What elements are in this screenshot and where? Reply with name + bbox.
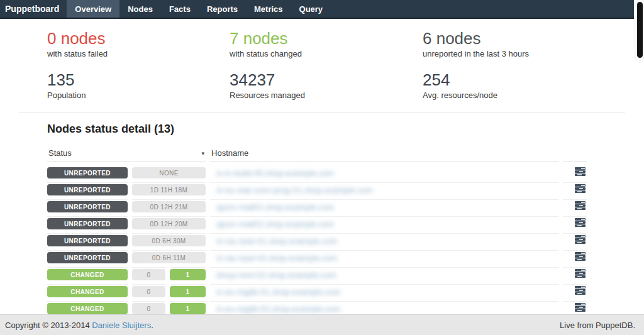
puppetboard-page: Puppetboard Overview Nodes Facts Reports… [0,0,644,335]
status-badge: CHANGED [47,286,128,297]
nodes-status-table: Status ▾ Hostname UNREPORTED NONE in-ic-… [43,142,591,335]
hostname-link[interactable]: dnsys-test-02.shop.example.com [216,270,336,280]
stat-resources-value: 34237 [230,71,423,89]
hostname-link[interactable]: in-rac-task-02.shop.example.com [216,253,337,263]
changed-count-badge: 1 [170,269,206,280]
status-badge: CHANGED [47,303,128,314]
tab-nodes[interactable]: Nodes [119,0,161,18]
stat-changed-value: 7 nodes [230,30,423,47]
stats-row-resources: 135 Population 34237 Resources managed 2… [47,71,644,100]
stat-resources-label: Resources managed [230,91,423,100]
hostname-column-header[interactable]: Hostname [210,146,558,162]
copyright-prefix: Copyright © 2013-2014 [5,321,90,330]
status-badge: UNREPORTED [47,235,128,246]
hostname-link[interactable]: in-eu-mgdb-01.shop.example.com [216,287,340,297]
table-row: UNREPORTED 0D 12H 20M apsrv-mail02.shop.… [47,216,587,229]
table-row: CHANGED 0 1 dnsys-test-02.shop.example.c… [47,267,587,280]
stat-resources: 34237 Resources managed [230,71,423,100]
time-or-skipped-badge: 1D 11H 18M [132,184,206,195]
hostname-link[interactable]: in-eu-stat-conn-prog-01.shop.example.com [216,185,373,195]
status-badge: UNREPORTED [47,218,128,229]
table-row: UNREPORTED NONE in-ic-build-05.shop.exam… [47,166,587,178]
table-row: UNREPORTED 1D 11H 18M in-eu-stat-conn-pr… [47,182,587,195]
copyright-text: Copyright © 2013-2014 Daniele Sluijters. [5,321,153,330]
tab-metrics[interactable]: Metrics [246,0,291,18]
time-or-skipped-badge: 0 [132,269,165,280]
stat-avg-resources-value: 254 [423,71,644,89]
copyright-suffix: . [151,321,153,330]
stats-row-status: 0 nodes with status failed 7 nodes with … [47,30,644,58]
status-column-label: Status [48,148,72,158]
status-badge: CHANGED [47,269,128,280]
hostname-link[interactable]: in-rac-task-01.shop.example.com [216,236,337,246]
stat-failed-value: 0 nodes [47,30,230,47]
tab-facts[interactable]: Facts [161,0,199,18]
status-column-header[interactable]: Status ▾ [47,146,206,162]
stat-changed: 7 nodes with status changed [230,30,423,58]
tab-query[interactable]: Query [291,0,331,18]
stat-unreported-label: unreported in the last 3 hours [423,49,644,58]
table-row: CHANGED 0 1 in-eu-mgdb-02.shop.example.c… [47,301,587,314]
stat-failed-label: with status failed [47,49,230,58]
changed-count-badge: 1 [170,303,206,314]
node-reports-icon[interactable] [575,167,586,178]
hostname-link[interactable]: apsrv-mail01.shop.example.com [216,202,334,212]
node-reports-icon[interactable] [575,235,586,246]
stat-failed: 0 nodes with status failed [47,30,230,58]
scrollbar-thumb[interactable] [637,2,643,58]
node-reports-icon[interactable] [575,201,586,212]
stat-unreported-value: 6 nodes [423,30,644,47]
page-footer: Copyright © 2013-2014 Daniele Sluijters.… [0,314,644,335]
status-badge: UNREPORTED [47,167,128,178]
hostname-link[interactable]: apsrv-mail02.shop.example.com [216,219,334,229]
sort-caret-icon: ▾ [202,150,205,157]
time-or-skipped-badge: 0D 12H 21M [132,201,206,212]
stat-unreported: 6 nodes unreported in the last 3 hours [423,30,644,58]
stat-avg-resources: 254 Avg. resources/node [423,71,644,100]
tab-reports[interactable]: Reports [199,0,246,18]
hostname-link[interactable]: in-ic-build-05.shop.example.com [216,168,334,178]
stat-changed-label: with status changed [230,49,423,58]
stat-population: 135 Population [47,71,230,100]
status-badge: UNREPORTED [47,252,128,263]
section-divider [19,113,625,113]
time-or-skipped-badge: 0 [132,303,165,314]
status-badge: UNREPORTED [47,201,128,212]
top-navbar: Puppetboard Overview Nodes Facts Reports… [0,0,644,19]
hostname-link[interactable]: in-eu-mgdb-02.shop.example.com [216,304,340,314]
stat-population-value: 135 [47,71,230,89]
table-row: UNREPORTED 0D 6H 11M in-rac-task-02.shop… [47,250,587,263]
time-or-skipped-badge: NONE [132,167,206,178]
brand-link[interactable]: Puppetboard [0,0,67,18]
stat-population-label: Population [47,91,230,100]
status-badge: UNREPORTED [47,184,128,195]
live-from-puppetdb-text: Live from PuppetDB. [560,321,635,330]
node-reports-icon[interactable] [575,252,586,263]
time-or-skipped-badge: 0D 6H 11M [132,252,206,263]
tab-overview[interactable]: Overview [67,0,119,18]
reports-column-header [563,146,587,162]
node-reports-icon[interactable] [575,269,586,280]
table-row: UNREPORTED 0D 6H 30M in-rac-task-01.shop… [47,233,587,246]
table-row: CHANGED 0 1 in-eu-mgdb-01.shop.example.c… [47,284,587,297]
time-or-skipped-badge: 0 [132,286,165,297]
nodes-detail-title: Nodes status detail (13) [47,123,644,136]
author-link[interactable]: Daniele Sluijters [92,321,151,330]
stat-avg-resources-label: Avg. resources/node [423,91,644,100]
node-reports-icon[interactable] [575,303,586,314]
node-reports-icon[interactable] [575,218,586,229]
time-or-skipped-badge: 0D 12H 20M [132,218,206,229]
node-reports-icon[interactable] [575,184,586,195]
overview-stats: 0 nodes with status failed 7 nodes with … [0,19,644,100]
table-row: UNREPORTED 0D 12H 21M apsrv-mail01.shop.… [47,199,587,212]
node-reports-icon[interactable] [575,286,586,297]
changed-count-badge: 1 [170,286,206,297]
time-or-skipped-badge: 0D 6H 30M [132,235,206,246]
